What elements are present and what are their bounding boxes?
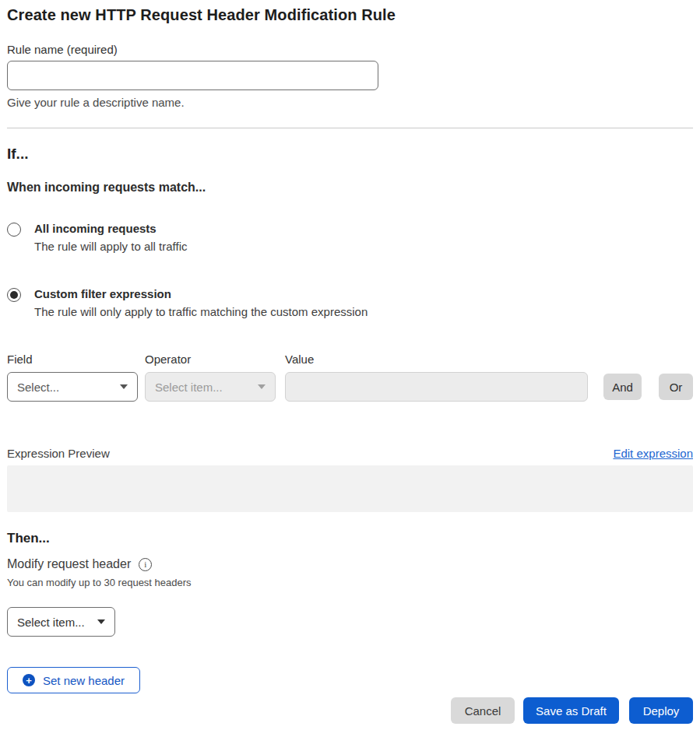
rule-name-helper: Give your rule a descriptive name. <box>7 96 693 109</box>
modify-header-label: Modify request header <box>7 557 131 571</box>
value-label: Value <box>285 353 588 366</box>
operator-label: Operator <box>145 353 285 366</box>
rule-name-input[interactable] <box>7 61 378 90</box>
deploy-button[interactable]: Deploy <box>629 697 693 724</box>
radio-label-all-incoming: All incoming requests <box>34 222 187 235</box>
then-heading: Then... <box>7 531 693 546</box>
set-new-header-button[interactable]: + Set new header <box>7 667 140 693</box>
if-heading: If... <box>7 146 693 163</box>
chevron-down-icon <box>258 384 266 389</box>
operator-select-value: Select item... <box>155 381 223 394</box>
expression-preview-box <box>7 465 693 512</box>
header-action-select[interactable]: Select item... <box>7 607 115 637</box>
radio-desc-all-incoming: The rule will apply to all traffic <box>34 240 187 253</box>
value-input[interactable] <box>285 372 588 402</box>
or-button[interactable]: Or <box>659 374 693 400</box>
save-as-draft-button[interactable]: Save as Draft <box>523 697 619 724</box>
when-match-subheading: When incoming requests match... <box>7 181 693 195</box>
header-action-select-value: Select item... <box>17 616 85 629</box>
expression-builder: Field Operator Value Select... Select it… <box>7 353 693 402</box>
set-new-header-label: Set new header <box>43 674 125 687</box>
and-button[interactable]: And <box>603 374 642 400</box>
operator-select[interactable]: Select item... <box>145 372 276 402</box>
radio-option-custom-filter[interactable]: Custom filter expression The rule will o… <box>7 287 693 318</box>
modify-header-helper: You can modify up to 30 request headers <box>7 577 693 588</box>
expression-preview-label: Expression Preview <box>7 447 110 460</box>
info-icon[interactable]: i <box>139 558 152 571</box>
chevron-down-icon <box>97 619 105 624</box>
radio-icon-all-incoming[interactable] <box>7 223 21 237</box>
modify-header-row: Modify request header i <box>7 557 693 571</box>
footer-actions: Cancel Save as Draft Deploy <box>7 697 693 724</box>
section-divider <box>7 128 693 128</box>
rule-name-label: Rule name (required) <box>7 43 693 56</box>
page-title: Create new HTTP Request Header Modificat… <box>7 6 693 24</box>
radio-desc-custom-filter: The rule will only apply to traffic matc… <box>34 305 368 318</box>
field-label: Field <box>7 353 145 366</box>
field-select[interactable]: Select... <box>7 372 138 402</box>
radio-icon-custom-filter[interactable] <box>7 288 21 302</box>
field-select-value: Select... <box>17 381 59 394</box>
expression-preview-header: Expression Preview Edit expression <box>7 447 693 460</box>
radio-option-all-incoming[interactable]: All incoming requests The rule will appl… <box>7 222 693 253</box>
cancel-button[interactable]: Cancel <box>451 697 515 724</box>
edit-expression-link[interactable]: Edit expression <box>613 447 693 460</box>
plus-circle-icon: + <box>23 674 35 686</box>
chevron-down-icon <box>120 384 128 389</box>
radio-label-custom-filter: Custom filter expression <box>34 287 368 300</box>
